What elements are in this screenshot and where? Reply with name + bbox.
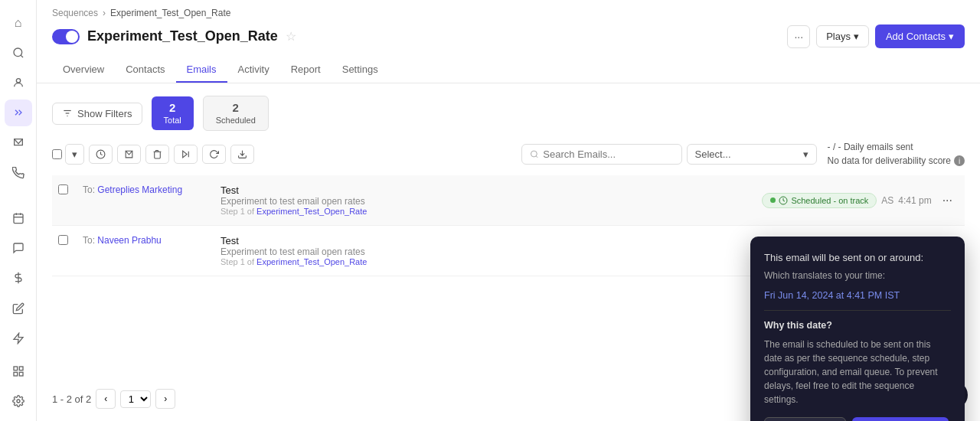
send-now-button[interactable]: Send email now: [852, 417, 949, 421]
total-tab[interactable]: 2 Total: [152, 96, 194, 130]
topbar: Sequences › Experiment_Test_Open_Rate Ex…: [37, 0, 980, 83]
content-area: Show Filters 2 Total 2 Scheduled ▾: [37, 83, 980, 421]
svg-marker-8: [14, 333, 23, 343]
tab-activity[interactable]: Activity: [227, 57, 280, 83]
sequences-icon[interactable]: [5, 100, 32, 126]
search-input[interactable]: [543, 148, 673, 160]
svg-rect-10: [19, 367, 23, 370]
row-checkbox[interactable]: [58, 235, 68, 245]
email-body-cell: Test Experiment to test email open rates…: [214, 226, 538, 276]
email-step: Step 1 of Experiment_Test_Open_Rate: [220, 207, 532, 216]
tab-emails[interactable]: Emails: [176, 57, 227, 83]
email-time: 4:41 pm: [898, 195, 931, 206]
pagination-summary: 1 - 2 of 2: [52, 393, 91, 405]
svg-rect-3: [14, 214, 23, 223]
inbox-icon[interactable]: [5, 129, 32, 156]
status-dot: [770, 197, 776, 203]
tasks-icon[interactable]: [5, 204, 32, 231]
to-label: To:: [83, 235, 97, 246]
show-filters-label: Show Filters: [77, 108, 132, 119]
email-button[interactable]: [117, 145, 141, 164]
scheduled-tab[interactable]: 2 Scheduled: [203, 96, 269, 131]
pagination: 1 - 2 of 2 ‹ 1 ›: [52, 389, 175, 409]
view-details-button[interactable]: View details: [764, 417, 846, 421]
sequence-toggle[interactable]: [52, 29, 80, 44]
email-initials: AS: [881, 195, 893, 206]
table-row: To: Getreplies Marketing Test Experiment…: [52, 175, 965, 226]
tooltip-actions: View details Send email now: [764, 417, 951, 421]
next-page-button[interactable]: ›: [155, 389, 175, 409]
bolt-icon[interactable]: [5, 325, 32, 351]
daily-emails-text: - / - Daily emails sent: [828, 140, 965, 154]
sidebar: ⌂: [0, 0, 37, 421]
chat-icon[interactable]: [5, 234, 32, 261]
email-preview: Experiment to test email open rates: [220, 246, 532, 257]
skip-button[interactable]: [174, 145, 198, 164]
sequence-link[interactable]: Experiment_Test_Open_Rate: [256, 257, 367, 266]
tab-overview[interactable]: Overview: [52, 57, 115, 83]
scheduled-label: Scheduled: [216, 116, 256, 125]
row-more-button[interactable]: ···: [936, 190, 959, 211]
recipient-link[interactable]: Getreplies Marketing: [97, 184, 182, 195]
page-select[interactable]: 1: [120, 390, 151, 408]
row-checkbox[interactable]: [58, 184, 68, 194]
recipient-link[interactable]: Naveen Prabhu: [97, 235, 161, 246]
select-dropdown[interactable]: Select... ▾: [687, 144, 817, 165]
prev-page-button[interactable]: ‹: [96, 389, 116, 409]
svg-rect-12: [14, 372, 18, 376]
tooltip-divider: [764, 310, 951, 311]
svg-point-2: [16, 79, 20, 83]
info-icon[interactable]: i: [954, 155, 965, 166]
main-content: Sequences › Experiment_Test_Open_Rate Ex…: [37, 0, 980, 421]
contacts-icon[interactable]: [5, 70, 32, 96]
select-all-checkbox-wrap: ▾: [52, 144, 84, 165]
email-body-cell: Test Experiment to test email open rates…: [214, 175, 538, 226]
email-preview: Experiment to test email open rates: [220, 196, 532, 207]
email-subject: Test: [220, 235, 532, 246]
to-cell: To: Getreplies Marketing: [77, 175, 214, 226]
tab-contacts[interactable]: Contacts: [115, 57, 175, 83]
download-button[interactable]: [230, 145, 254, 164]
search-box: [521, 144, 682, 165]
favorite-icon[interactable]: ☆: [286, 29, 296, 44]
more-options-button[interactable]: ···: [787, 25, 810, 48]
svg-rect-9: [14, 367, 18, 370]
status-text: Scheduled - on track: [791, 196, 868, 205]
filters-row: Show Filters 2 Total 2 Scheduled: [52, 96, 965, 131]
email-step: Step 1 of Experiment_Test_Open_Rate: [220, 257, 532, 266]
show-filters-button[interactable]: Show Filters: [52, 103, 142, 125]
refresh-button[interactable]: [202, 145, 226, 164]
tooltip-date: Fri Jun 14, 2024 at 4:41 PM IST: [764, 289, 951, 303]
total-label: Total: [164, 116, 181, 125]
plays-button[interactable]: Plays ▾: [816, 25, 869, 47]
calls-icon[interactable]: [5, 159, 32, 186]
delete-button[interactable]: [145, 145, 169, 164]
settings-icon[interactable]: [5, 388, 32, 415]
sequence-link[interactable]: Experiment_Test_Open_Rate: [256, 207, 367, 216]
search-icon: [530, 149, 539, 159]
svg-point-13: [17, 400, 20, 403]
status-badge[interactable]: Scheduled - on track: [762, 193, 877, 208]
checkbox-dropdown-button[interactable]: ▾: [65, 144, 84, 165]
notes-icon[interactable]: [5, 295, 32, 321]
tab-report[interactable]: Report: [280, 57, 332, 83]
search-icon[interactable]: [5, 39, 32, 66]
svg-point-21: [531, 151, 537, 157]
add-contacts-button[interactable]: Add Contacts ▾: [875, 24, 965, 48]
select-chevron-icon: ▾: [803, 148, 808, 160]
schedule-button[interactable]: [89, 145, 113, 164]
breadcrumb-parent[interactable]: Sequences: [52, 8, 98, 18]
toolbar: ▾: [52, 140, 965, 168]
to-label: To:: [83, 184, 97, 195]
tooltip-why-title: Why this date?: [764, 318, 951, 333]
deals-icon[interactable]: [5, 265, 32, 292]
svg-marker-18: [183, 151, 187, 158]
tooltip-translates-label: Which translates to your time:: [764, 269, 951, 282]
home-icon[interactable]: ⌂: [5, 9, 32, 36]
grid-icon[interactable]: [5, 357, 32, 384]
tab-settings[interactable]: Settings: [332, 57, 389, 83]
tooltip-title: This email will be sent on or around:: [764, 250, 951, 266]
add-contacts-chevron-icon: ▾: [949, 31, 954, 42]
select-all-checkbox[interactable]: [52, 149, 62, 159]
to-cell: To: Naveen Prabhu: [77, 226, 214, 276]
